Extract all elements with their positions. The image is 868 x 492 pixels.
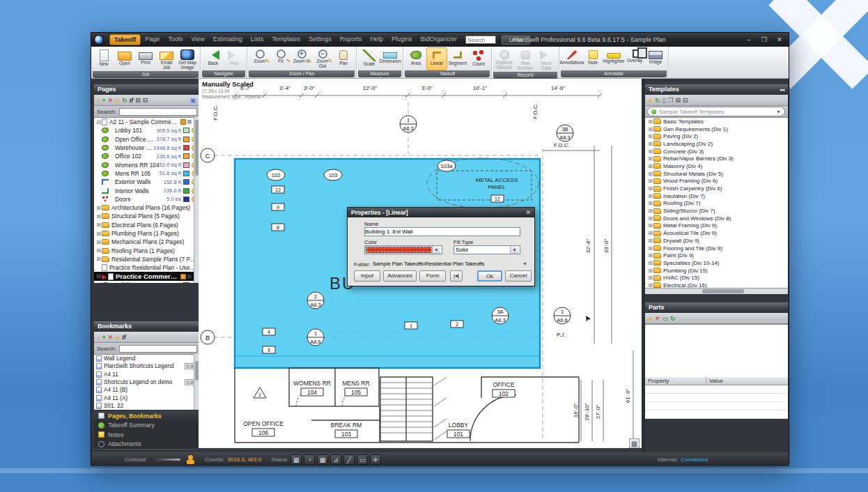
templates-hscrollbar[interactable] bbox=[645, 288, 788, 294]
color-swatch[interactable] bbox=[183, 179, 189, 185]
template-folder-basic-templates[interactable]: ⊞Basic Templates bbox=[645, 118, 788, 125]
toolbar-button-segment[interactable]: Segment bbox=[447, 47, 468, 70]
refresh-icon[interactable]: ↻ bbox=[655, 96, 660, 105]
color-swatch[interactable] bbox=[183, 162, 189, 168]
toolbar-button-count[interactable]: Count bbox=[468, 47, 489, 70]
tree-item-doors[interactable]: Doors5.0 ea bbox=[94, 195, 199, 203]
add-icon[interactable]: + bbox=[102, 96, 106, 105]
templates-collapse-icon[interactable]: ◂◂ bbox=[780, 84, 784, 95]
toolbar-button-open[interactable]: Open bbox=[114, 47, 135, 71]
refresh-icon[interactable]: ↻ bbox=[122, 96, 127, 105]
expander-icon[interactable]: ⊞ bbox=[647, 222, 653, 229]
rename-icon[interactable]: ▭ bbox=[662, 314, 668, 323]
template-folder-paint-div-9[interactable]: ⊞Paint (Div 9) bbox=[645, 252, 788, 259]
expander-icon[interactable]: ⊞ bbox=[95, 222, 102, 228]
color-dropdown[interactable]: ▼ bbox=[364, 245, 442, 254]
toolbar-button-zoom[interactable]: Zoom bbox=[249, 47, 270, 70]
expander-icon[interactable]: ⊞ bbox=[95, 239, 102, 245]
toolbar-button-zoom-out[interactable]: −Zoom Out bbox=[312, 47, 333, 70]
cancel-button[interactable]: Cancel bbox=[505, 270, 532, 282]
filter-icon[interactable]: If bbox=[130, 96, 134, 105]
pin-icon[interactable]: ↓ bbox=[97, 96, 100, 105]
bookmark-item-a4-11-b[interactable]: A4 11 (B) bbox=[94, 386, 199, 394]
tree-item-mens-rr-105[interactable]: Mens RR 10551.6 sq ft bbox=[94, 169, 199, 178]
expand-all-icon[interactable]: ⊞ bbox=[135, 96, 141, 105]
expander-icon[interactable]: ⊟ bbox=[95, 119, 102, 125]
toolbar-button-annotations[interactable]: Annotations bbox=[561, 47, 582, 70]
left-tab-notes[interactable]: Notes bbox=[94, 430, 199, 440]
orange-icon[interactable] bbox=[180, 274, 186, 279]
expander-icon[interactable]: ⊞ bbox=[647, 133, 653, 139]
tree-folder-electrical-plans-6-pages[interactable]: ⊞Electrical Plans (6 Pages) bbox=[94, 221, 199, 229]
toolbar-button-digitizer-record[interactable]: Digitizer Record bbox=[494, 47, 515, 72]
expander-icon[interactable]: ⊞ bbox=[647, 118, 653, 125]
template-folder-concrete-div-3[interactable]: ⊞Concrete (Div 3) bbox=[645, 148, 788, 155]
parts-column-property[interactable]: Property bbox=[645, 377, 706, 385]
user-icon[interactable] bbox=[186, 455, 195, 464]
collapse-all-icon[interactable]: ⊟ bbox=[143, 96, 148, 105]
color-swatch[interactable] bbox=[183, 153, 189, 159]
collapse-all-icon[interactable]: ⊟ bbox=[683, 96, 688, 105]
expander-icon[interactable]: ⊞ bbox=[647, 155, 653, 162]
delete-icon[interactable]: ✕ bbox=[655, 314, 660, 323]
expander-icon[interactable]: ⊞ bbox=[95, 256, 102, 262]
menu-item-lists[interactable]: Lists bbox=[247, 34, 268, 45]
restore-button[interactable]: ❐ bbox=[759, 36, 769, 43]
template-folder-roofing-div-7[interactable]: ⊞Roofing (Div 7) bbox=[645, 200, 788, 208]
template-folder-metal-framing-div-9[interactable]: ⊞Metal Framing (Div 9) bbox=[645, 222, 788, 230]
left-tab-attachments[interactable]: Attachments bbox=[94, 440, 199, 449]
bookmarks-search-input[interactable] bbox=[119, 345, 197, 353]
contrast-slider[interactable] bbox=[150, 459, 180, 461]
color-swatch[interactable] bbox=[183, 171, 189, 176]
expander-icon[interactable]: ⊞ bbox=[647, 163, 653, 169]
toolbar-button-area[interactable]: Area bbox=[405, 47, 426, 70]
tree-folder-roofing-plans-1-pages[interactable]: ⊞Roofing Plans (1 Pages) bbox=[94, 246, 199, 254]
folder-icon[interactable]: ▰ bbox=[115, 333, 120, 341]
delete-icon[interactable]: ✕ bbox=[108, 333, 114, 341]
menu-item-estimating[interactable]: Estimating bbox=[209, 34, 247, 45]
toolbar-button-dimension[interactable]: Dimension bbox=[380, 47, 401, 70]
input-button[interactable]: Input bbox=[354, 270, 380, 282]
toolbar-button-note[interactable]: Note bbox=[582, 47, 603, 70]
color-swatch[interactable] bbox=[183, 188, 189, 194]
bookmark-item-a4-11[interactable]: A4 11 bbox=[94, 371, 199, 378]
bookmark-item-s01-22[interactable]: S01. 22 bbox=[94, 402, 199, 410]
template-folder-paving-div-2[interactable]: ⊞Paving (Div 2) bbox=[645, 132, 788, 140]
color-swatch[interactable] bbox=[183, 137, 189, 142]
orange-icon[interactable] bbox=[180, 119, 186, 125]
toolbar-button-print[interactable]: Print bbox=[135, 47, 156, 71]
left-tab-pages-bookmarks[interactable]: Pages, Bookmarks bbox=[94, 411, 199, 421]
tree-item-building-1-area[interactable]: Building 1: Area2080.1 sq ft bbox=[94, 281, 199, 283]
tree-item-a2-11-sample-commercial-floor-pl[interactable]: ⊟A2 11 - Sample Commercial Floor Pl...▤✱ bbox=[94, 118, 199, 126]
toolbar-button-back[interactable]: Back bbox=[203, 47, 224, 70]
status-measure-line-icon[interactable]: ╱ bbox=[343, 454, 355, 465]
expander-icon[interactable]: ⊞ bbox=[647, 252, 653, 259]
expander-icon[interactable]: ⊞ bbox=[647, 193, 653, 199]
expander-icon[interactable]: ⊞ bbox=[647, 245, 653, 252]
tree-item-open-office-106[interactable]: Open Office 106378.7 sq ft bbox=[94, 135, 199, 144]
copy-icon[interactable]: ❐ bbox=[667, 96, 673, 105]
folder-dropdown[interactable]: Sample Plan Takeoffs\Residential Plan Ta… bbox=[371, 259, 529, 268]
template-folder-flooring-and-tile-div-9[interactable]: ⊞Flooring and Tile (Div 9) bbox=[645, 245, 788, 252]
menu-item-view[interactable]: View bbox=[187, 34, 208, 45]
expander-icon[interactable]: ⊞ bbox=[647, 141, 653, 147]
status-move-icon[interactable]: ✛ bbox=[370, 454, 381, 465]
close-button[interactable]: ✕ bbox=[775, 36, 784, 43]
pages-search-input[interactable] bbox=[119, 108, 197, 116]
parts-column-value[interactable]: Value bbox=[706, 377, 726, 385]
template-folder-wood-framing-div-6[interactable]: ⊞Wood Framing (Div 6) bbox=[645, 178, 788, 185]
bookmark-item-a4-11-a[interactable]: A4 11 (A) bbox=[94, 394, 199, 401]
template-folder-finish-carpentry-div-6[interactable]: ⊞Finish Carpentry (Div 6) bbox=[645, 185, 788, 192]
template-folder-plumbing-div-15[interactable]: ⊞Plumbing (Div 15) bbox=[645, 267, 788, 275]
menu-item-settings[interactable]: Settings bbox=[304, 34, 336, 45]
tree-folder-architectural-plans-16-pages[interactable]: ⊞Architectural Plans (16 Pages) bbox=[94, 203, 199, 212]
tree-item-lobby-101[interactable]: Lobby 101305.5 sq ft bbox=[94, 126, 199, 134]
tree-item-interior-walls[interactable]: Interior Walls135.6 ft bbox=[94, 186, 199, 194]
bookmark-item-wall-legend[interactable]: Wall Legend bbox=[94, 355, 199, 362]
toolbar-button-fwd[interactable]: Fwd bbox=[224, 47, 245, 70]
toolbar-button-send-data[interactable]: Send Data bbox=[536, 47, 557, 72]
expander-icon[interactable]: ⊞ bbox=[647, 260, 653, 266]
toolbar-button-fit[interactable]: Fit bbox=[270, 47, 291, 70]
printer-icon[interactable]: ▤ bbox=[187, 274, 192, 279]
tree-item-practice-residential-plan-use-for-demo[interactable]: Practice Residential Plan - Use for demo bbox=[94, 263, 199, 272]
